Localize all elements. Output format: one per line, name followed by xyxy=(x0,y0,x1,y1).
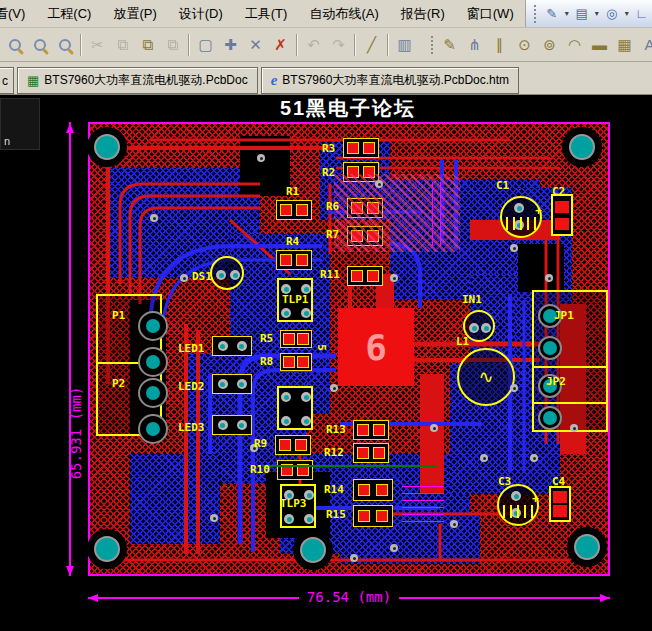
silkscreen-label-p2: P2 xyxy=(112,378,125,389)
tab-pcbdoc-htm[interactable]: e BTS7960大功率直流电机驱动.PcbDoc.htm xyxy=(261,67,519,94)
resistor-footprint[interactable] xyxy=(276,200,312,220)
tab-pcbdoc[interactable]: ▦ BTS7960大功率直流电机驱动.PcbDoc xyxy=(17,67,258,94)
silkscreen-label-ds1: DS1 xyxy=(192,271,212,282)
undo-icon[interactable]: ↶ xyxy=(301,32,326,57)
redo-icon[interactable]: ↷ xyxy=(326,32,351,57)
paste-special-icon[interactable]: ⧉ xyxy=(160,32,185,57)
pcb-editor-canvas[interactable]: n 51黑电子论坛 65.931 (mm) 76.54 (mm) xyxy=(0,95,652,631)
via xyxy=(430,424,438,432)
align-tools-icon[interactable]: ▤ xyxy=(572,4,592,24)
led-footprint[interactable] xyxy=(212,336,252,356)
menu-item-2[interactable]: 放置(P) xyxy=(102,0,167,28)
clear-filter-icon[interactable]: ✗ xyxy=(268,32,293,57)
find-tools-icon[interactable]: ◎ xyxy=(602,4,622,24)
arc-icon[interactable]: ◠ xyxy=(562,32,587,57)
resistor-footprint[interactable] xyxy=(353,420,389,440)
select-area-icon[interactable]: ▢ xyxy=(193,32,218,57)
resistor-footprint[interactable] xyxy=(276,250,312,270)
menu-item-7[interactable]: 窗口(W) xyxy=(456,0,525,28)
resistor-footprint[interactable] xyxy=(275,435,311,455)
polygon-pour-icon[interactable]: ▦ xyxy=(612,32,637,57)
magic-wand-icon[interactable]: ╱ xyxy=(359,32,384,57)
zoom-filter-icon[interactable] xyxy=(52,32,77,57)
capacitor-footprint[interactable] xyxy=(551,194,573,236)
menu-item-5[interactable]: 自动布线(A) xyxy=(298,0,389,28)
menu-item-3[interactable]: 设计(D) xyxy=(168,0,234,28)
via xyxy=(210,514,218,522)
optocoupler-footprint[interactable] xyxy=(277,386,313,430)
pad-icon[interactable]: ⊙ xyxy=(512,32,537,57)
string-icon[interactable]: A xyxy=(637,32,652,57)
pad xyxy=(218,379,228,389)
pad xyxy=(230,270,240,280)
find-similar-icon[interactable]: ▥ xyxy=(392,32,417,57)
find-tools-icon-dropdown[interactable]: ▾ xyxy=(625,9,629,18)
pad xyxy=(481,323,491,333)
paste-icon[interactable]: ⧉ xyxy=(135,32,160,57)
silkscreen-label-r2: R2 xyxy=(322,167,335,178)
toolbar-grip[interactable] xyxy=(534,5,538,23)
mounting-hole[interactable] xyxy=(94,134,120,160)
resistor-footprint[interactable] xyxy=(353,505,393,527)
resistor-footprint[interactable] xyxy=(343,138,379,158)
resistor-footprint[interactable] xyxy=(353,479,393,501)
collapsed-panel-fragment[interactable]: n xyxy=(0,98,40,150)
interactive-route-icon[interactable]: ✎ xyxy=(437,32,462,57)
main-ic-footprint[interactable]: 6 xyxy=(338,308,414,386)
toolbar-separator xyxy=(80,34,82,56)
main-toolbar: ✂⧉⧉⧉▢✚✕✗↶↷╱▥ ✎⋔∥⊙⊚◠▬▦A▯ xyxy=(0,28,652,62)
zoom-selected-icon[interactable] xyxy=(27,32,52,57)
resistor-footprint[interactable] xyxy=(347,266,383,286)
fill-icon[interactable]: ▬ xyxy=(587,32,612,57)
smd-pad xyxy=(347,142,359,154)
led-footprint[interactable] xyxy=(212,374,252,394)
mounting-hole[interactable] xyxy=(300,537,326,563)
board-title: 51黑电子论坛 xyxy=(88,95,608,122)
mounting-hole[interactable] xyxy=(574,534,600,560)
draw-measure-icon[interactable]: ✎ xyxy=(542,4,562,24)
ruler-tools-icon[interactable]: ∟ xyxy=(632,4,652,24)
mounting-hole[interactable] xyxy=(569,134,595,160)
copy-icon[interactable]: ⧉ xyxy=(110,32,135,57)
pad xyxy=(281,308,291,318)
deselect-icon[interactable]: ✕ xyxy=(243,32,268,57)
pad xyxy=(301,308,311,318)
tab-partial[interactable]: c xyxy=(0,67,14,94)
resistor-footprint[interactable] xyxy=(280,330,312,348)
resistor-footprint[interactable] xyxy=(353,443,389,463)
menu-item-6[interactable]: 报告(R) xyxy=(390,0,456,28)
resistor-footprint[interactable] xyxy=(280,353,312,371)
smd-pad xyxy=(283,356,295,368)
menu-item-1[interactable]: 工程(C) xyxy=(36,0,102,28)
silkscreen-label-r11: R11 xyxy=(320,269,340,280)
zoom-area-icon[interactable] xyxy=(2,32,27,57)
round-component-footprint[interactable] xyxy=(210,256,244,290)
silkscreen-label-led2: LED2 xyxy=(178,381,205,392)
menu-item-4[interactable]: 工具(T) xyxy=(234,0,299,28)
multi-route-icon[interactable]: ⋔ xyxy=(462,32,487,57)
toolbar-grip[interactable] xyxy=(431,36,433,54)
resistor-footprint[interactable] xyxy=(277,460,313,480)
via xyxy=(510,244,518,252)
electrolytic-capacitor-footprint[interactable] xyxy=(497,484,539,526)
document-tab-bar: c ▦ BTS7960大功率直流电机驱动.PcbDoc e BTS7960大功率… xyxy=(0,62,652,95)
mounting-hole[interactable] xyxy=(94,536,120,562)
electrolytic-capacitor-footprint[interactable] xyxy=(500,196,542,238)
align-tools-icon-dropdown[interactable]: ▾ xyxy=(595,9,599,18)
smd-pad xyxy=(555,218,569,230)
led-footprint[interactable] xyxy=(212,415,252,435)
capacitor-footprint[interactable] xyxy=(549,486,571,522)
pcb-board[interactable]: ∿6 R3R2R1R6R7R4R11DS1TLP1P1P2LED1LED2LED… xyxy=(88,122,610,576)
via-icon[interactable]: ⊚ xyxy=(537,32,562,57)
diff-pair-route-icon[interactable]: ∥ xyxy=(487,32,512,57)
inductor-footprint[interactable]: ∿ xyxy=(457,348,515,406)
move-icon[interactable]: ✚ xyxy=(218,32,243,57)
silkscreen-label-led3: LED3 xyxy=(178,422,205,433)
connector-p-footprint[interactable] xyxy=(96,294,162,436)
menu-item-0[interactable]: 看(V) xyxy=(0,0,36,28)
cut-icon[interactable]: ✂ xyxy=(85,32,110,57)
silkscreen-label-c1: C1 xyxy=(496,180,509,191)
smd-pad xyxy=(351,270,363,282)
via xyxy=(150,214,158,222)
draw-measure-icon-dropdown[interactable]: ▾ xyxy=(565,9,569,18)
